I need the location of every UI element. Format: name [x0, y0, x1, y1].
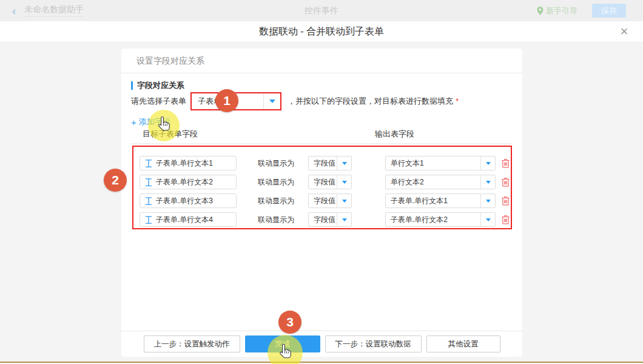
target-field-box[interactable]: 子表单.单行文本2 — [140, 175, 237, 189]
relation-label: 联动显示为 — [258, 177, 295, 187]
text-field-icon — [146, 216, 152, 224]
chevron-down-icon — [480, 175, 495, 189]
target-field-box[interactable]: 子表单.单行文本3 — [140, 194, 237, 208]
chevron-down-icon — [263, 93, 280, 109]
guide-pin-icon — [537, 7, 544, 15]
mode-select-value: 字段值 — [309, 175, 337, 189]
text-field-icon — [146, 197, 152, 205]
required-asterisk: * — [456, 96, 459, 106]
prev-step-button[interactable]: 上一步：设置触发动作 — [144, 335, 240, 352]
target-field-value: 子表单.单行文本3 — [156, 196, 213, 206]
chevron-down-icon — [337, 213, 351, 226]
output-field-select[interactable]: 单行文本2 — [385, 175, 496, 189]
subform-select-value: 子表单 — [192, 93, 263, 109]
save-button[interactable]: 保存 — [592, 4, 626, 18]
add-field-label: 添加字段 — [139, 116, 170, 127]
relation-label: 联动显示为 — [258, 196, 295, 206]
panel-footer: 上一步：设置触发动作 完成 下一步：设置联动数据 其他设置 — [121, 331, 522, 357]
panel-header: 设置字段对应关系 — [121, 49, 522, 73]
close-icon[interactable]: × — [616, 24, 632, 39]
subform-select[interactable]: 子表单 — [190, 92, 281, 110]
chevron-down-icon — [337, 175, 351, 189]
app-title: 未命名数据助手 — [24, 4, 84, 17]
subform-select-hint: ，并按以下的字段设置，对目标表进行数据填充* — [288, 96, 459, 107]
output-field-value: 单行文本1 — [386, 157, 480, 170]
column-header-output: 输出表字段 — [375, 129, 414, 140]
relation-label: 联动显示为 — [258, 158, 295, 169]
panel-body: 字段对应关系 请先选择子表单 子表单 ，并按以下的字段设置，对目标表进行数据填充… — [121, 73, 522, 331]
section-title: 字段对应关系 — [131, 81, 513, 90]
modal-title: 数据联动 - 合并联动到子表单 — [0, 21, 643, 42]
relation-label: 联动显示为 — [258, 215, 295, 225]
output-field-select[interactable]: 子表单.单行文本1 — [385, 194, 496, 208]
topbar: ‹ 未命名数据助手 控件事件 新手引导 保存 — [0, 0, 643, 21]
trash-icon[interactable] — [501, 177, 510, 187]
add-field-link[interactable]: + 添加字段 — [131, 116, 186, 127]
text-field-icon — [146, 160, 152, 167]
topbar-right: 新手引导 保存 — [537, 4, 643, 18]
guide-link[interactable]: 新手引导 — [537, 5, 577, 16]
section-marker — [131, 81, 133, 90]
section-title-text: 字段对应关系 — [137, 80, 184, 91]
settings-panel: 设置字段对应关系 字段对应关系 请先选择子表单 子表单 ，并按以下的字段设置，对… — [121, 49, 522, 357]
trash-icon[interactable] — [501, 158, 510, 168]
text-field-icon — [146, 178, 152, 186]
chevron-down-icon — [480, 194, 495, 207]
modal-header: 数据联动 - 合并联动到子表单 × — [0, 21, 643, 42]
bottom-accent-line — [0, 362, 643, 363]
mode-select-value: 字段值 — [309, 157, 337, 170]
target-field-value: 子表单.单行文本2 — [156, 177, 213, 187]
mode-select[interactable]: 字段值 — [308, 212, 352, 227]
mode-select[interactable]: 字段值 — [308, 194, 352, 208]
mode-select[interactable]: 字段值 — [308, 156, 352, 170]
output-field-value: 子表单.单行文本1 — [386, 194, 480, 207]
target-field-value: 子表单.单行文本1 — [156, 158, 213, 169]
field-mapping-row: 子表单.单行文本4 联动显示为 字段值 子表单.单行文本2 — [131, 212, 513, 227]
back-chevron-icon[interactable]: ‹ — [12, 5, 16, 16]
other-settings-button[interactable]: 其他设置 — [426, 335, 500, 352]
trash-icon[interactable] — [501, 215, 510, 224]
mode-select-value: 字段值 — [309, 194, 337, 207]
mode-select[interactable]: 字段值 — [308, 175, 352, 189]
chevron-down-icon — [480, 213, 495, 226]
chevron-down-icon — [337, 194, 351, 207]
output-field-value: 子表单.单行文本2 — [386, 213, 480, 226]
chevron-down-icon — [480, 157, 495, 170]
next-step-button[interactable]: 下一步：设置联动数据 — [325, 335, 422, 352]
target-field-value: 子表单.单行文本4 — [156, 215, 213, 225]
guide-label: 新手引导 — [546, 5, 577, 16]
output-field-select[interactable]: 单行文本1 — [385, 156, 496, 170]
chevron-down-icon — [337, 157, 351, 170]
column-header-target: 目标子表单字段 — [143, 129, 198, 140]
field-mapping-row: 子表单.单行文本2 联动显示为 字段值 单行文本2 — [131, 175, 513, 189]
output-field-value: 单行文本2 — [386, 175, 480, 189]
column-headers: 目标子表单字段 输出表字段 — [131, 129, 513, 144]
field-mapping-row: 子表单.单行文本3 联动显示为 字段值 子表单.单行文本1 — [131, 194, 513, 208]
subform-select-row: 请先选择子表单 子表单 ，并按以下的字段设置，对目标表进行数据填充* — [131, 92, 513, 110]
modal-body: 设置字段对应关系 字段对应关系 请先选择子表单 子表单 ，并按以下的字段设置，对… — [0, 42, 643, 364]
plus-icon: + — [131, 117, 136, 127]
mode-select-value: 字段值 — [309, 213, 337, 226]
subform-select-label: 请先选择子表单 — [131, 96, 186, 107]
output-field-select[interactable]: 子表单.单行文本2 — [385, 212, 496, 227]
target-field-box[interactable]: 子表单.单行文本1 — [140, 156, 237, 170]
field-mapping-row: 子表单.单行文本1 联动显示为 字段值 单行文本1 — [131, 156, 513, 170]
field-mapping-rows: 子表单.单行文本1 联动显示为 字段值 单行文本1 — [131, 144, 513, 227]
done-button[interactable]: 完成 — [245, 335, 320, 352]
trash-icon[interactable] — [501, 196, 510, 206]
target-field-box[interactable]: 子表单.单行文本4 — [140, 212, 237, 227]
